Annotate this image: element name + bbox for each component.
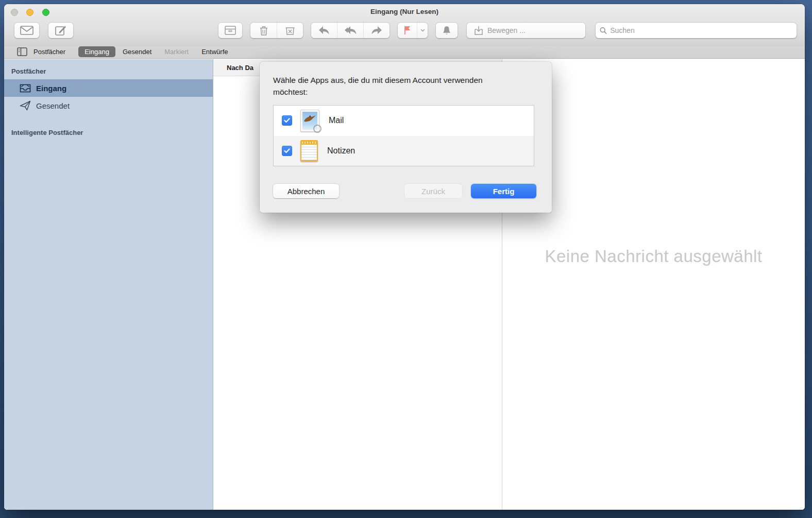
sidebar-section-title: Postfächer	[4, 59, 213, 79]
archive-icon	[225, 26, 236, 35]
sidebar-item-gesendet[interactable]: Gesendet	[4, 97, 213, 114]
trash-junk-group	[250, 23, 303, 38]
cancel-button[interactable]: Abbrechen	[273, 184, 339, 198]
window-title: Eingang (Nur Lesen)	[4, 8, 805, 15]
flag-button[interactable]	[398, 23, 417, 38]
app-label-mail: Mail	[329, 116, 344, 125]
search-input[interactable]	[610, 26, 792, 34]
inbox-icon	[20, 84, 31, 93]
archive-button[interactable]	[218, 23, 242, 38]
move-button-label: Bewegen ...	[487, 26, 526, 34]
flag-group	[398, 23, 428, 38]
dialog-buttons: Abbrechen Zurück Fertig	[273, 184, 536, 198]
toolbar: Bewegen ...	[4, 20, 805, 44]
sidebar-smart-section-title: Intelligente Postfächer	[4, 114, 213, 141]
reply-button[interactable]	[311, 23, 337, 38]
reply-all-icon	[344, 26, 357, 35]
app-row-mail[interactable]: Mail	[274, 106, 534, 136]
mail-app-icon	[300, 110, 319, 132]
move-button[interactable]: Bewegen ...	[467, 23, 585, 38]
title-bar: Eingang (Nur Lesen)	[4, 4, 805, 20]
mute-bell-icon	[443, 26, 451, 36]
sidebar-toggle-button[interactable]	[17, 47, 27, 56]
compose-button[interactable]	[48, 23, 73, 38]
account-apps-dialog: Wähle die Apps aus, die du mit diesem Ac…	[260, 62, 552, 213]
sort-header-label: Nach Da	[227, 64, 253, 72]
sidebar-toggle-icon	[17, 47, 27, 56]
trash-icon	[260, 26, 268, 36]
move-icon	[474, 26, 483, 36]
favorites-item-postfaecher[interactable]: Postfächer	[33, 48, 65, 56]
app-row-notizen[interactable]: Notizen	[274, 136, 534, 166]
favorites-item-entwuerfe[interactable]: Entwürfe	[201, 48, 228, 56]
no-message-text: Keine Nachricht ausgewählt	[502, 247, 805, 266]
favorites-item-markiert[interactable]: Markiert	[164, 48, 189, 56]
back-button[interactable]: Zurück	[404, 184, 462, 198]
checkmark-icon	[284, 118, 290, 123]
app-list: Mail Notizen	[273, 105, 534, 166]
forward-icon	[371, 26, 382, 35]
mailbox-sidebar: Postfächer Eingang Gesendet Intelligente…	[4, 59, 213, 510]
get-mail-icon	[20, 26, 33, 35]
trash-button[interactable]	[250, 23, 277, 38]
chevron-down-icon	[420, 29, 425, 32]
flag-menu-button[interactable]	[417, 23, 428, 38]
app-label-notizen: Notizen	[327, 146, 355, 156]
window-chrome: Eingang (Nur Lesen)	[4, 4, 805, 59]
flag-icon	[404, 26, 411, 35]
dialog-message: Wähle die Apps aus, die du mit diesem Ac…	[273, 74, 489, 98]
get-mail-button[interactable]	[14, 23, 39, 38]
done-button[interactable]: Fertig	[471, 184, 536, 198]
notes-checkbox[interactable]	[282, 146, 292, 156]
reply-all-button[interactable]	[337, 23, 363, 38]
favorites-item-gesendet[interactable]: Gesendet	[123, 48, 151, 56]
compose-icon	[55, 25, 66, 36]
favorites-bar: Postfächer Eingang Gesendet Markiert Ent…	[4, 44, 805, 59]
sidebar-item-eingang[interactable]: Eingang	[4, 79, 213, 97]
junk-icon	[285, 26, 295, 35]
notes-app-icon	[300, 140, 318, 162]
sidebar-item-label: Gesendet	[36, 101, 70, 110]
search-field[interactable]	[596, 23, 797, 38]
favorites-item-eingang[interactable]: Eingang	[78, 46, 115, 57]
reply-group	[311, 23, 390, 38]
reply-icon	[318, 26, 330, 35]
mail-checkbox[interactable]	[282, 115, 292, 126]
forward-button[interactable]	[363, 23, 390, 38]
junk-button[interactable]	[277, 23, 303, 38]
postmark-decoration	[313, 125, 322, 133]
mute-button[interactable]	[436, 23, 458, 38]
search-icon	[600, 27, 607, 34]
checkmark-icon	[284, 148, 290, 153]
sent-plane-icon	[20, 100, 31, 111]
sidebar-item-label: Eingang	[36, 84, 66, 93]
